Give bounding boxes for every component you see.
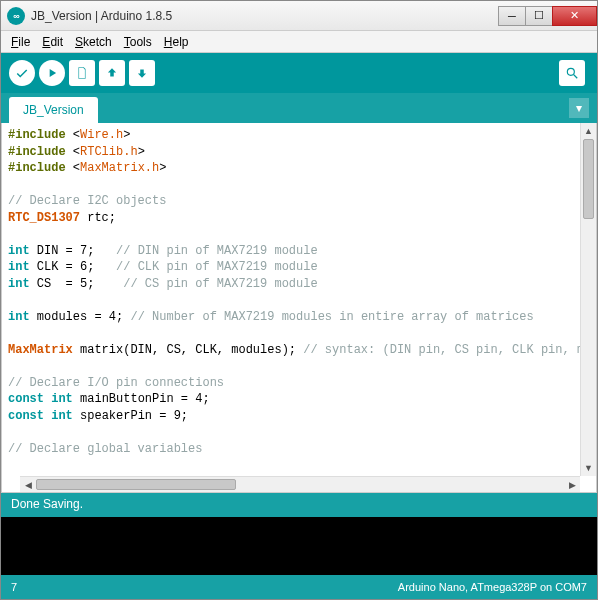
serial-monitor-button[interactable]: [559, 60, 585, 86]
arrow-up-icon: [105, 66, 119, 80]
code-line: MaxMatrix matrix(DIN, CS, CLK, modules);…: [8, 342, 580, 359]
code-line: [8, 358, 580, 375]
menu-sketch[interactable]: Sketch: [69, 33, 118, 51]
code-line: const int speakerPin = 9;: [8, 408, 580, 425]
status-message: Done Saving.: [11, 497, 83, 511]
arrow-right-icon: [45, 66, 59, 80]
code-line: #include <MaxMatrix.h>: [8, 160, 580, 177]
horizontal-scrollbar[interactable]: ◀ ▶: [20, 476, 580, 492]
save-button[interactable]: [129, 60, 155, 86]
code-line: int CS = 5; // CS pin of MAX7219 module: [8, 276, 580, 293]
vertical-scrollbar[interactable]: ▲ ▼: [580, 123, 596, 476]
maximize-button[interactable]: ☐: [525, 6, 553, 26]
code-line: int modules = 4; // Number of MAX7219 mo…: [8, 309, 580, 326]
footer-bar: 7 Arduino Nano, ATmega328P on COM7: [1, 575, 597, 599]
window-buttons: ─ ☐ ✕: [499, 6, 597, 26]
code-line: int DIN = 7; // DIN pin of MAX7219 modul…: [8, 243, 580, 260]
arrow-down-icon: [135, 66, 149, 80]
tab-active[interactable]: JB_Version: [9, 97, 98, 123]
scroll-thumb-h[interactable]: [36, 479, 236, 490]
minimize-button[interactable]: ─: [498, 6, 526, 26]
code-editor[interactable]: #include <Wire.h>#include <RTClib.h>#inc…: [8, 127, 580, 476]
scroll-up-arrow-icon[interactable]: ▲: [581, 123, 596, 139]
code-line: // Declare global variables: [8, 441, 580, 458]
scroll-thumb-v[interactable]: [583, 139, 594, 219]
code-line: // Declare I/O pin connections: [8, 375, 580, 392]
window-title: JB_Version | Arduino 1.8.5: [31, 9, 499, 23]
open-button[interactable]: [99, 60, 125, 86]
scroll-left-arrow-icon[interactable]: ◀: [20, 477, 36, 492]
upload-button[interactable]: [39, 60, 65, 86]
magnifier-icon: [565, 66, 579, 80]
menu-edit[interactable]: Edit: [36, 33, 69, 51]
menu-help[interactable]: Help: [158, 33, 195, 51]
svg-point-0: [567, 68, 574, 75]
check-icon: [15, 66, 29, 80]
code-line: const int mainButtonPin = 4;: [8, 391, 580, 408]
code-line: [8, 424, 580, 441]
menu-file[interactable]: File: [5, 33, 36, 51]
code-line: [8, 325, 580, 342]
code-line: int CLK = 6; // CLK pin of MAX7219 modul…: [8, 259, 580, 276]
close-button[interactable]: ✕: [552, 6, 597, 26]
file-icon: [75, 66, 89, 80]
code-line: // Declare I2C objects: [8, 193, 580, 210]
code-line: [8, 292, 580, 309]
code-line: [8, 226, 580, 243]
scroll-down-arrow-icon[interactable]: ▼: [581, 460, 596, 476]
tab-dropdown-button[interactable]: ▾: [569, 98, 589, 118]
code-line: [8, 177, 580, 194]
status-bar: Done Saving.: [1, 493, 597, 517]
menubar: FileEditSketchToolsHelp: [1, 31, 597, 53]
code-line: RTC_DS1307 rtc;: [8, 210, 580, 227]
window-titlebar: ∞ JB_Version | Arduino 1.8.5 ─ ☐ ✕: [1, 1, 597, 31]
svg-line-1: [574, 75, 578, 79]
code-line: #include <RTClib.h>: [8, 144, 580, 161]
console-output[interactable]: [1, 517, 597, 575]
code-line: #include <Wire.h>: [8, 127, 580, 144]
scroll-right-arrow-icon[interactable]: ▶: [564, 477, 580, 492]
menu-tools[interactable]: Tools: [118, 33, 158, 51]
board-info: Arduino Nano, ATmega328P on COM7: [398, 581, 587, 593]
toolbar: [1, 53, 597, 93]
tab-bar: JB_Version ▾: [1, 93, 597, 123]
verify-button[interactable]: [9, 60, 35, 86]
line-number: 7: [11, 581, 17, 593]
new-button[interactable]: [69, 60, 95, 86]
app-icon: ∞: [7, 7, 25, 25]
editor-area: #include <Wire.h>#include <RTClib.h>#inc…: [1, 123, 597, 493]
